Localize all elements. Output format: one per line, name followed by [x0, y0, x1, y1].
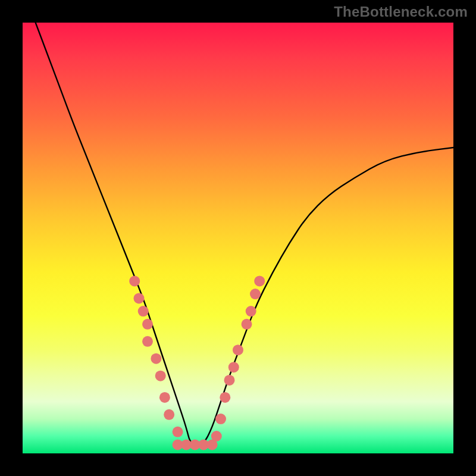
highlight-dot: [173, 427, 183, 437]
bottleneck-curve: [36, 23, 453, 445]
plot-area: [23, 23, 453, 453]
highlight-dot: [155, 371, 166, 381]
highlight-dots-group: [129, 275, 265, 450]
highlight-dot: [151, 353, 161, 364]
highlight-dot: [250, 289, 261, 299]
watermark-text: TheBottleneck.com: [334, 4, 468, 20]
highlight-dot: [228, 362, 239, 372]
highlight-dot: [129, 275, 140, 286]
highlight-dot: [164, 409, 174, 420]
highlight-dot: [220, 392, 230, 403]
highlight-dot: [138, 306, 149, 317]
highlight-dot: [142, 336, 153, 347]
highlight-dot: [211, 431, 222, 441]
highlight-dot: [254, 275, 265, 286]
highlight-dot: [242, 319, 252, 330]
chart-overlay: [23, 23, 453, 453]
highlight-dot: [215, 414, 226, 424]
chart-frame: TheBottleneck.com: [0, 0, 476, 476]
highlight-dot: [246, 306, 256, 317]
highlight-dot: [224, 375, 235, 386]
highlight-dot: [159, 392, 170, 403]
highlight-dot: [233, 345, 243, 355]
highlight-dot: [134, 293, 145, 303]
highlight-dot: [142, 319, 153, 330]
